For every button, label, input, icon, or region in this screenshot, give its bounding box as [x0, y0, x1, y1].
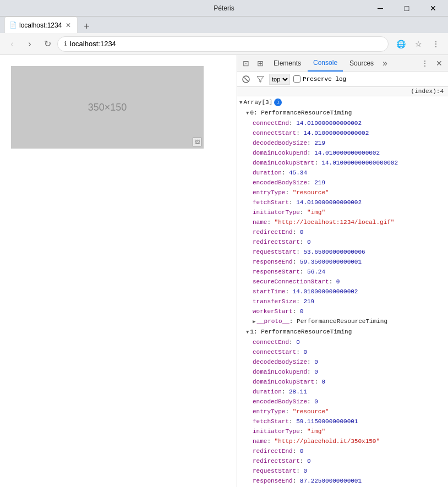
item-1-label: 1: PerformanceResourceTiming [250, 329, 352, 335]
image-placeholder-text: 350×150 [88, 102, 127, 113]
prop1-name: name: "http://placehold.it/350x150" [239, 436, 446, 446]
tab-favicon: 📄 [9, 21, 17, 29]
devtools-more-tabs-button[interactable]: » [380, 58, 390, 68]
console-output[interactable]: (index):4 Array[3]i 0: PerformanceResour… [237, 87, 448, 487]
prop1-connectStart: connectStart: 0 [239, 347, 446, 357]
console-toolbar: top Preserve log [237, 72, 448, 87]
browser-tab[interactable]: 📄 localhost:1234 ✕ [4, 17, 78, 33]
new-tab-button[interactable]: + [79, 20, 94, 33]
clear-icon [242, 75, 250, 83]
prop1-connectEnd: connectEnd: 0 [239, 337, 446, 347]
webpage-preview: 350×150 🖼 [0, 55, 237, 487]
prop-initiatorType: initiatorType: "img" [239, 207, 446, 217]
preserve-log-checkbox[interactable] [293, 75, 301, 83]
prop-connectStart: connectStart: 14.010000000000002 [239, 128, 446, 138]
prop-redirectStart: redirectStart: 0 [239, 237, 446, 247]
filter-icon [256, 75, 264, 83]
prop-requestStart: requestStart: 53.65000000000006 [239, 247, 446, 257]
tree-root[interactable]: Array[3]i [239, 97, 446, 108]
preserve-log-label: Preserve log [303, 76, 346, 83]
preserve-log-container: Preserve log [293, 75, 346, 83]
tab-label: localhost:1234 [19, 21, 62, 29]
nav-icons: 🌐 ☆ ⋮ [393, 36, 444, 52]
devtools-undock-button[interactable]: ⊞ [254, 57, 267, 70]
prop1-responseEnd: responseEnd: 87.22500000000001 [239, 476, 446, 486]
prop-entryType: entryType: "resource" [239, 188, 446, 198]
prop1-fetchStart: fetchStart: 59.11500000000001 [239, 417, 446, 426]
prop1-requestStart: requestStart: 0 [239, 466, 446, 476]
devtools-toolbar-right: ⋮ ✕ [418, 57, 446, 70]
prop1-redirectEnd: redirectEnd: 0 [239, 446, 446, 456]
console-context-select[interactable]: top [269, 74, 290, 85]
devtools-toolbar: ⊡ ⊞ Elements Console Sources » ⋮ ✕ [237, 55, 448, 72]
title-bar: Péteris ─ □ ✕ [0, 0, 448, 17]
prop1-initiatorType: initiatorType: "img" [239, 426, 446, 436]
close-button[interactable]: ✕ [420, 0, 446, 17]
prop-redirectEnd: redirectEnd: 0 [239, 227, 446, 237]
prop1-redirectStart: redirectStart: 0 [239, 456, 446, 466]
index-text: (index):4 [411, 88, 444, 95]
prop-responseEnd: responseEnd: 59.35000000000001 [239, 257, 446, 267]
prop-fetchStart: fetchStart: 14.010000000000002 [239, 198, 446, 207]
prop1-domainLookupEnd: domainLookupEnd: 0 [239, 367, 446, 377]
prop1-decodedBodySize: decodedBodySize: 0 [239, 357, 446, 367]
tab-bar: 📄 localhost:1234 ✕ + [0, 17, 448, 33]
star-button[interactable]: ☆ [411, 36, 426, 52]
console-filter-button[interactable] [255, 74, 266, 85]
devtools-settings-button[interactable]: ⋮ [418, 57, 431, 70]
prop-domainLookupEnd: domainLookupEnd: 14.010000000000002 [239, 148, 446, 158]
prop-duration: duration: 45.34 [239, 168, 446, 178]
prop-domainLookupStart: domainLookupStart: 14.010000000000000002 [239, 158, 446, 168]
tab-close-button[interactable]: ✕ [64, 21, 73, 30]
image-icon: 🖼 [193, 138, 201, 146]
title-bar-controls: ─ □ ✕ [368, 0, 446, 17]
array-label: Array[3] [243, 99, 272, 106]
console-content-area: Array[3]i 0: PerformanceResourceTiming c… [237, 96, 448, 487]
devtools-tab-console[interactable]: Console [308, 55, 343, 72]
info-badge: i [274, 99, 282, 106]
prop1-encodedBodySize: encodedBodySize: 0 [239, 397, 446, 407]
title-bar-label: Péteris [214, 4, 234, 12]
prop-workerStart: workerStart: 0 [239, 307, 446, 316]
prop1-duration: duration: 28.11 [239, 387, 446, 397]
svg-marker-2 [257, 76, 264, 82]
prop-decodedBodySize: decodedBodySize: 219 [239, 138, 446, 148]
prop-encodedBodySize: encodedBodySize: 219 [239, 178, 446, 188]
refresh-button[interactable]: ↻ [40, 36, 55, 52]
tree-item-0[interactable]: 0: PerformanceResourceTiming [239, 108, 446, 118]
restore-button[interactable]: □ [394, 0, 419, 17]
image-placeholder: 350×150 🖼 [11, 66, 204, 149]
item-0-label: 0: PerformanceResourceTiming [250, 110, 352, 116]
console-index-line: (index):4 [237, 87, 448, 96]
menu-button[interactable]: ⋮ [428, 36, 444, 52]
prop-startTime: startTime: 14.010000000000002 [239, 287, 446, 297]
tree-item-1[interactable]: 1: PerformanceResourceTiming [239, 327, 446, 337]
prop1-domainLookupStart: domainLookupStart: 0 [239, 377, 446, 387]
prop-secureConnectionStart: secureConnectionStart: 0 [239, 277, 446, 287]
back-button[interactable]: ‹ [4, 36, 20, 52]
devtools-tab-elements[interactable]: Elements [268, 55, 307, 72]
prop1-entryType: entryType: "resource" [239, 407, 446, 417]
url-icon: ℹ [64, 40, 67, 47]
prop-connectEnd: connectEnd: 14.010000000000002 [239, 118, 446, 128]
devtools-dock-button[interactable]: ⊡ [239, 57, 253, 70]
devtools-close-button[interactable]: ✕ [433, 57, 446, 70]
nav-bar: ‹ › ↻ ℹ localhost:1234 🌐 ☆ ⋮ [0, 33, 448, 55]
svg-line-1 [244, 78, 248, 81]
console-clear-button[interactable] [241, 74, 252, 85]
minimize-button[interactable]: ─ [368, 0, 393, 17]
translate-button[interactable]: 🌐 [393, 36, 408, 52]
content-area: 350×150 🖼 ⊡ ⊞ Elements Console Sources »… [0, 55, 448, 487]
prop-responseStart: responseStart: 56.24 [239, 267, 446, 277]
prop-name: name: "http://localhost:1234/local.gif" [239, 217, 446, 227]
prop-transferSize: transferSize: 219 [239, 297, 446, 307]
address-bar[interactable]: ℹ localhost:1234 [57, 36, 389, 52]
forward-button[interactable]: › [22, 36, 37, 52]
proto-0[interactable]: __proto__: PerformanceResourceTiming [239, 316, 446, 327]
url-text: localhost:1234 [70, 40, 381, 48]
devtools-tab-sources[interactable]: Sources [344, 55, 379, 72]
devtools-panel: ⊡ ⊞ Elements Console Sources » ⋮ ✕ [237, 55, 448, 487]
